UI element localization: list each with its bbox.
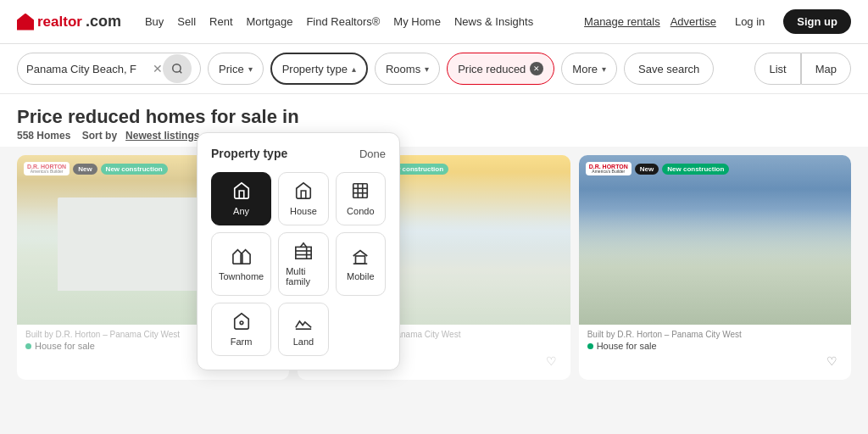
active-dot-3: [587, 343, 593, 349]
dropdown-header: Property type Done: [211, 147, 386, 160]
signup-button[interactable]: Sign up: [783, 9, 851, 34]
prop-land[interactable]: Land: [278, 303, 328, 356]
svg-rect-8: [296, 247, 311, 259]
more-filter-button[interactable]: More ▾: [561, 53, 617, 85]
save-search-button[interactable]: Save search: [624, 53, 714, 85]
builder-sub-1: America's Builder: [31, 170, 64, 174]
logo[interactable]: realtor.com: [17, 13, 121, 31]
clear-search-icon[interactable]: ✕: [153, 62, 163, 75]
favorite-button-2[interactable]: ♡: [540, 349, 564, 373]
price-chevron-icon: ▾: [248, 64, 253, 74]
svg-rect-2: [353, 184, 368, 198]
house-icon: [294, 181, 313, 203]
mobile-label: Mobile: [347, 271, 374, 281]
multifamily-label: Multi family: [286, 266, 320, 287]
nav-links: Buy Sell Rent Mortgage Find Realtors® My…: [145, 15, 567, 28]
construction-badge-1: New construction: [101, 164, 168, 175]
land-label: Land: [293, 337, 314, 347]
login-button[interactable]: Log in: [726, 10, 773, 33]
nav-news[interactable]: News & Insights: [454, 15, 533, 28]
logo-text: realtor: [37, 14, 82, 31]
builder-logo-1: D.R. HORTON America's Builder: [24, 162, 70, 175]
townhome-icon: [232, 247, 251, 268]
more-label: More: [572, 63, 598, 75]
rooms-label: Rooms: [386, 63, 420, 75]
nav-find-realtors[interactable]: Find Realtors®: [306, 15, 380, 28]
prop-mobile[interactable]: Mobile: [336, 232, 386, 296]
condo-label: Condo: [347, 206, 374, 216]
builder-logo-3: D.R. HORTON America's Builder: [586, 162, 632, 175]
any-label: Any: [233, 206, 249, 216]
listing-image-3: [579, 155, 851, 325]
mobile-icon: [351, 247, 370, 268]
nav-buy[interactable]: Buy: [145, 15, 164, 28]
rooms-chevron-icon: ▾: [425, 64, 429, 74]
svg-point-0: [173, 64, 181, 72]
svg-line-1: [180, 71, 182, 74]
manage-rentals-link[interactable]: Manage rentals: [584, 15, 660, 28]
listing-type-3: House for sale: [597, 341, 657, 351]
builder-info-3: Built by D.R. Horton – Panama City West: [587, 330, 843, 339]
svg-rect-11: [356, 256, 365, 264]
property-type-filter-button[interactable]: Property type ▴: [270, 53, 368, 85]
price-reduced-label: Price reduced: [458, 63, 526, 75]
property-type-label: Property type: [282, 63, 348, 75]
price-filter-button[interactable]: Price ▾: [208, 53, 264, 85]
subtitle: 558 Homes Sort by Newest listings ▾: [17, 130, 851, 142]
sort-value[interactable]: Newest listings: [125, 130, 199, 142]
sort-label: Sort by: [82, 130, 117, 142]
rooms-filter-button[interactable]: Rooms ▾: [375, 53, 440, 85]
new-badge-1: New: [73, 164, 97, 175]
prop-any[interactable]: Any: [211, 172, 271, 225]
property-type-chevron-icon: ▴: [352, 64, 356, 74]
land-icon: [294, 312, 313, 333]
search-input[interactable]: [26, 63, 149, 75]
nav-my-home[interactable]: My Home: [393, 15, 441, 28]
listing-type-1: House for sale: [35, 341, 95, 351]
homes-count: 558 Homes: [17, 130, 70, 142]
card-info-3: Built by D.R. Horton – Panama City West …: [579, 325, 851, 356]
townhome-label: Townhome: [219, 271, 264, 281]
multifamily-icon: [294, 242, 313, 263]
main-content: Price reduced homes for sale in 558 Home…: [0, 94, 868, 147]
prop-house[interactable]: House: [278, 172, 328, 225]
advertise-link[interactable]: Advertise: [670, 15, 716, 28]
nav-rent[interactable]: Rent: [209, 15, 232, 28]
nav-right: Manage rentals Advertise Log in Sign up: [584, 9, 851, 34]
property-type-dropdown: Property type Done Any House Condo: [197, 132, 400, 370]
prop-townhome[interactable]: Townhome: [211, 232, 271, 296]
search-input-wrap[interactable]: ✕: [17, 53, 201, 85]
map-view-button[interactable]: Map: [801, 53, 851, 85]
card-badges-1: D.R. HORTON America's Builder New New co…: [24, 162, 168, 175]
card-badges-3: D.R. HORTON America's Builder New New co…: [586, 162, 730, 175]
construction-badge-3: New construction: [662, 164, 729, 175]
page-title: Price reduced homes for sale in: [17, 106, 851, 128]
search-button[interactable]: [163, 54, 192, 83]
search-bar: ✕ Price ▾ Property type ▴ Rooms ▾ Price …: [0, 44, 868, 94]
view-toggle: List Map: [754, 53, 851, 85]
listings-area: D.R. HORTON America's Builder New New co…: [0, 147, 868, 388]
farm-icon: [232, 312, 251, 333]
list-view-button[interactable]: List: [754, 53, 800, 85]
prop-multifamily[interactable]: Multi family: [278, 232, 328, 296]
price-reduced-remove-icon[interactable]: ✕: [530, 62, 543, 75]
logo-icon: [17, 14, 34, 31]
favorite-button-3[interactable]: ♡: [821, 349, 844, 373]
house-label: House: [290, 206, 317, 216]
more-chevron-icon: ▾: [602, 64, 606, 74]
svg-point-13: [240, 321, 243, 325]
prop-farm[interactable]: Farm: [211, 303, 271, 356]
farm-label: Farm: [231, 337, 253, 347]
card-label-3: House for sale: [587, 341, 843, 351]
condo-icon: [351, 181, 370, 203]
logo-dot: .com: [86, 13, 121, 31]
dropdown-title: Property type: [211, 147, 287, 160]
nav-sell[interactable]: Sell: [177, 15, 196, 28]
active-dot-1: [25, 343, 31, 349]
price-filter-label: Price: [219, 63, 244, 75]
prop-condo[interactable]: Condo: [336, 172, 386, 225]
nav-mortgage[interactable]: Mortgage: [247, 15, 293, 28]
dropdown-done-button[interactable]: Done: [359, 147, 386, 160]
navbar: realtor.com Buy Sell Rent Mortgage Find …: [0, 0, 868, 44]
price-reduced-filter-button[interactable]: Price reduced ✕: [447, 53, 554, 85]
